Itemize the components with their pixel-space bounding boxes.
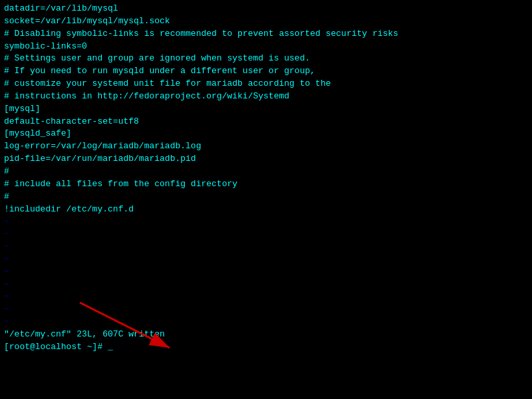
terminal-line: ~ [4,291,528,303]
terminal-line: ~ [4,316,528,329]
prompt-line[interactable]: [root@localhost ~]# _ [4,341,528,354]
terminal-line: # include all files from the config dire… [4,178,528,191]
terminal-line: ~ [4,279,528,291]
terminal-line: # customize your systemd unit file for m… [4,78,528,90]
terminal-line: socket=/var/lib/mysql/mysql.sock [4,15,528,28]
terminal-content: datadir=/var/lib/mysqlsocket=/var/lib/my… [4,3,528,329]
terminal-line: datadir=/var/lib/mysql [4,3,528,15]
terminal-line: pid-file=/var/run/mariadb/mariadb.pid [4,153,528,166]
terminal-line: ~ [4,215,528,228]
status-line: "/etc/my.cnf" 23L, 607C written [4,329,528,341]
terminal-line: # [4,191,528,203]
terminal-line: log-error=/var/log/mariadb/mariadb.log [4,140,528,153]
terminal-line: default-character-set=utf8 [4,116,528,128]
terminal-line: # If you need to run mysqld under a diff… [4,65,528,78]
terminal-line: ~ [4,228,528,241]
terminal-window: datadir=/var/lib/mysqlsocket=/var/lib/my… [0,0,532,399]
terminal-line: ~ [4,241,528,253]
terminal-line: # instructions in http://fedoraproject.o… [4,90,528,103]
terminal-line: [mysql] [4,103,528,116]
terminal-line: # Settings user and group are ignored wh… [4,53,528,65]
terminal-line: [mysqld_safe] [4,128,528,140]
terminal-line: !includedir /etc/my.cnf.d [4,203,528,216]
terminal-line: ~ [4,266,528,279]
terminal-line: # [4,166,528,178]
terminal-line: # Disabling symbolic-links is recommende… [4,28,528,41]
terminal-line: ~ [4,253,528,266]
terminal-line: ~ [4,303,528,316]
terminal-line: symbolic-links=0 [4,41,528,53]
